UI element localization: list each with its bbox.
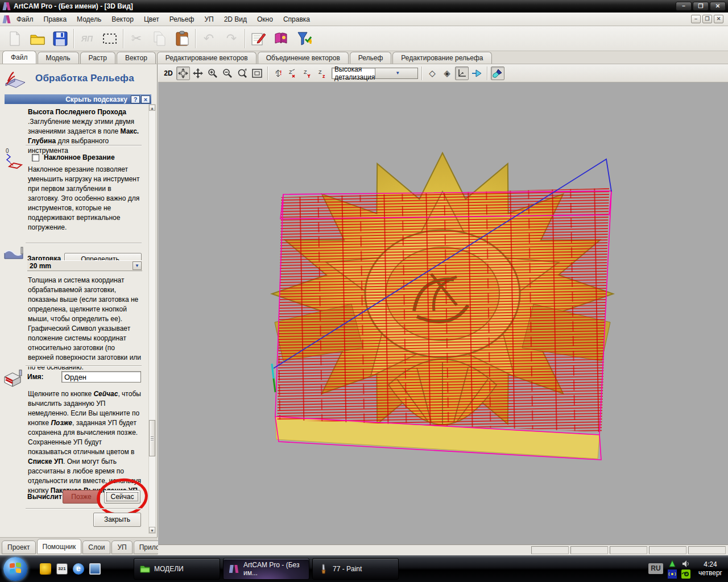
zero-z-top-icon[interactable]: Z xyxy=(286,66,300,80)
zero-z-mid-icon[interactable]: Z xyxy=(301,66,315,80)
chevron-down-icon[interactable]: ▼ xyxy=(133,261,142,270)
show-desktop-icon[interactable] xyxy=(89,563,101,575)
mdi-restore-button[interactable]: ❐ xyxy=(702,15,712,23)
scroll-down-icon[interactable]: ▼ xyxy=(149,527,155,533)
view3d-canvas[interactable] xyxy=(158,82,728,544)
internet-explorer-icon[interactable]: e xyxy=(73,563,84,575)
scroll-up-icon[interactable]: ▲ xyxy=(149,105,155,111)
mdi-minimize-button[interactable]: – xyxy=(691,15,701,23)
restore-button[interactable]: ❐ xyxy=(693,2,709,11)
tab-bitmap[interactable]: Растр xyxy=(80,52,115,64)
menu-file[interactable]: Файл xyxy=(11,13,39,26)
close-button[interactable]: ✕ xyxy=(710,2,726,11)
menu-2dview[interactable]: 2D Вид xyxy=(219,13,252,26)
detail-level-select[interactable]: Высокая детализация ▼ xyxy=(332,68,418,79)
material-thickness-field[interactable]: 20 mm ▼ xyxy=(27,260,142,271)
scale-z-icon[interactable]: z! xyxy=(271,66,285,80)
tab-vector-merge[interactable]: Объединение векторов xyxy=(258,52,349,64)
toolpath-panel-icon[interactable]: ЯП xyxy=(76,28,98,49)
toolpath-name-input[interactable] xyxy=(61,371,141,383)
close-tip-icon[interactable]: × xyxy=(141,95,150,103)
menu-color[interactable]: Цвет xyxy=(139,13,164,26)
taskbar-item-artcam[interactable]: ArtCAM Pro - (Без им... xyxy=(223,558,309,580)
paste-icon[interactable] xyxy=(171,28,193,49)
window-title: ArtCAM Pro - (Без имени) - [3D Вид] xyxy=(14,2,133,10)
copy-icon[interactable] xyxy=(148,28,171,49)
zoom-in-icon[interactable] xyxy=(206,66,220,80)
tray-app-icon[interactable] xyxy=(668,559,678,568)
tab-layers[interactable]: Слои xyxy=(82,541,110,554)
panel-scrollbar[interactable]: ▲ ▼ xyxy=(148,104,156,534)
origin-axes-icon[interactable] xyxy=(455,66,469,80)
save-icon[interactable] xyxy=(49,28,72,49)
close-panel-button[interactable]: Закрыть xyxy=(93,513,141,527)
calendar-321-icon[interactable]: 321 xyxy=(56,563,68,575)
wireless-icon[interactable] xyxy=(668,569,678,579)
language-indicator[interactable]: RU xyxy=(648,563,663,574)
open-folder-icon[interactable] xyxy=(26,28,49,49)
tab-assistant[interactable]: Помощник xyxy=(37,539,82,554)
new-document-icon[interactable] xyxy=(3,28,26,49)
hide-tip-label[interactable]: Скрыть подсказку xyxy=(65,95,131,103)
zoom-out-icon[interactable] xyxy=(221,66,234,80)
brush-tool-icon[interactable] xyxy=(491,66,504,80)
start-button[interactable] xyxy=(3,557,27,581)
svg-text:z: z xyxy=(322,73,325,78)
menu-toolpaths[interactable]: УП xyxy=(199,13,218,26)
clock-time: 4:24 xyxy=(698,560,722,569)
minimize-button[interactable]: – xyxy=(676,2,692,11)
tab-model[interactable]: Модель xyxy=(38,52,79,64)
tab-project[interactable]: Проект xyxy=(2,541,36,554)
chevron-down-icon[interactable]: ▼ xyxy=(375,68,417,78)
nvidia-icon[interactable] xyxy=(681,569,692,579)
media-player-icon[interactable] xyxy=(40,563,51,575)
menu-window[interactable]: Окно xyxy=(252,13,278,26)
tab-toolpaths[interactable]: УП xyxy=(111,541,132,554)
menu-model[interactable]: Модель xyxy=(72,13,106,26)
clock-day: четверг xyxy=(698,569,722,577)
menu-help[interactable]: Справка xyxy=(278,13,315,26)
tab-relief-editing[interactable]: Редактирование рельефа xyxy=(392,52,491,64)
help-book-icon[interactable] xyxy=(270,28,292,49)
cut-icon[interactable]: ✂ xyxy=(125,28,148,49)
tab-vector[interactable]: Вектор xyxy=(117,52,156,64)
draw-shaded-icon[interactable]: ◈ xyxy=(440,66,454,80)
material-paragraph: Толщина и система координат обрабатываем… xyxy=(28,276,142,372)
mode-2d-button[interactable]: 2D xyxy=(162,66,175,80)
tab-vector-editing[interactable]: Редактирование векторов xyxy=(157,52,257,64)
taskbar-item-paint[interactable]: 77 - Paint xyxy=(312,558,399,580)
fit-to-window-icon[interactable] xyxy=(250,66,264,80)
ramp-checkbox-label[interactable]: Наклонное Врезание xyxy=(44,153,115,161)
model-check-icon[interactable] xyxy=(292,28,315,49)
menu-relief[interactable]: Рельеф xyxy=(164,13,200,26)
ramp-checkbox[interactable] xyxy=(32,154,39,161)
rotate-view-icon[interactable] xyxy=(176,66,190,80)
zoom-object-icon[interactable] xyxy=(235,66,249,80)
pan-view-icon[interactable] xyxy=(191,66,205,80)
draw-plain-icon[interactable]: ◇ xyxy=(425,66,439,80)
svg-text:0: 0 xyxy=(6,148,9,154)
title-bar: ArtCAM Pro - (Без имени) - [3D Вид] – ❐ … xyxy=(0,0,728,13)
mdi-close-button[interactable]: ✕ xyxy=(714,15,723,23)
svg-text:Z: Z xyxy=(289,69,292,75)
simulate-toolpath-icon[interactable] xyxy=(470,66,483,80)
calculate-later-button[interactable]: Позже xyxy=(63,490,100,504)
taskbar-item-models[interactable]: МОДЕЛИ xyxy=(134,558,220,580)
redo-icon[interactable]: ↷ xyxy=(220,28,243,49)
status-cell xyxy=(610,546,647,554)
tab-file[interactable]: Файл xyxy=(2,51,36,64)
menu-edit[interactable]: Правка xyxy=(39,13,72,26)
toolpath-name-icon xyxy=(2,369,25,389)
help-icon[interactable]: ? xyxy=(131,95,140,103)
zero-z-bottom-icon[interactable]: Zz xyxy=(316,66,329,80)
tab-relief[interactable]: Рельеф xyxy=(350,52,392,64)
svg-text:Z: Z xyxy=(318,69,322,75)
taskbar-clock[interactable]: 4:24 четверг xyxy=(698,560,722,577)
volume-icon[interactable] xyxy=(681,559,692,568)
menu-vector[interactable]: Вектор xyxy=(106,13,139,26)
calculate-now-button[interactable]: Сейчас xyxy=(104,490,140,504)
notes-icon[interactable] xyxy=(247,28,270,49)
marquee-select-icon[interactable] xyxy=(98,28,121,49)
scrollbar-thumb[interactable] xyxy=(149,420,155,456)
undo-icon[interactable]: ↶ xyxy=(197,28,220,49)
